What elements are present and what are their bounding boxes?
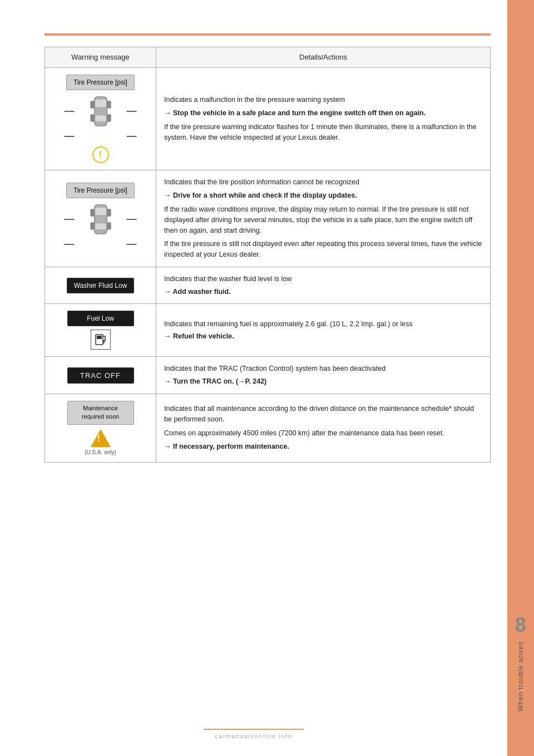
tire-dash-rr-2: —: [127, 238, 137, 250]
website-label: carmanualsonline.info: [204, 733, 304, 739]
maintenance-label: Maintenancerequired soon: [67, 401, 134, 425]
trac-detail: Indicates that the TRAC (Traction Contro…: [164, 364, 482, 374]
svg-rect-6: [107, 114, 111, 122]
tire-dash-fr-2: —: [127, 213, 137, 225]
logo-divider: [204, 729, 304, 730]
warning-cell-fuel: Fuel Low: [45, 304, 156, 357]
exclaim-symbol: !: [99, 150, 102, 160]
car-top-view-svg-2: [81, 203, 120, 236]
svg-rect-9: [95, 223, 106, 229]
bottom-logo-area: carmanualsonline.info: [204, 729, 304, 739]
tire-dash-fr: —: [127, 105, 137, 117]
warning-cell-tire-pressure-1: Tire Pressure [psi] —: [45, 67, 156, 170]
tire-dash-rl: —: [65, 130, 75, 142]
svg-point-16: [103, 340, 105, 342]
exclaim-circle: !: [92, 146, 109, 163]
maintenance-arrow: → If necessary, perform maintenance.: [164, 441, 482, 452]
washer-arrow: → Add washer fluid.: [164, 287, 482, 297]
warning-cell-tire-pressure-2: Tire Pressure [psi] —: [45, 170, 156, 267]
table-row: Washer Fluid Low Indicates that the wash…: [45, 267, 491, 304]
maintenance-extra: Comes on approximately 4500 miles (7200 …: [164, 428, 482, 439]
fuel-svg: [94, 333, 107, 346]
detail-text-2: Indicates that the tire position informa…: [164, 177, 482, 188]
svg-rect-1: [95, 100, 106, 107]
car-top-view-svg: [81, 95, 120, 128]
detail-text: Indicates a malfunction in the tire pres…: [164, 95, 482, 105]
tire-pressure-label-1: Tire Pressure [psi]: [66, 75, 135, 90]
side-tab: 8 When trouble arises: [507, 0, 534, 756]
table-row: Tire Pressure [psi] —: [45, 170, 491, 267]
svg-rect-12: [90, 222, 95, 230]
details-cell-tire-pressure-1: Indicates a malfunction in the tire pres…: [156, 67, 491, 170]
fuel-low-label: Fuel Low: [67, 311, 134, 326]
fuel-detail: Indicates that remaining fuel is approxi…: [164, 319, 482, 330]
washer-fluid-label: Washer Fluid Low: [67, 278, 135, 293]
svg-rect-15: [97, 336, 102, 339]
arrow-text-2: → Drive for a short while and check if t…: [164, 190, 482, 201]
warning-cell-washer: Washer Fluid Low: [45, 267, 156, 304]
accent-bar: [44, 33, 491, 36]
svg-rect-3: [90, 101, 95, 109]
details-cell-fuel: Indicates that remaining fuel is approxi…: [156, 304, 491, 357]
warning-cell-trac: TRAC OFF: [45, 357, 156, 394]
svg-rect-11: [107, 209, 111, 217]
washer-detail: Indicates that the washer fluid level is…: [164, 274, 482, 284]
details-cell-washer: Indicates that the washer fluid level is…: [156, 267, 491, 304]
svg-rect-8: [95, 208, 106, 215]
usa-only-label: (U.S.A. only): [53, 449, 148, 455]
extra-detail-text: If the tire pressure warning indicator f…: [164, 122, 482, 143]
warn-triangle-container: [53, 429, 148, 447]
details-cell-maintenance: Indicates that all maintenance according…: [156, 394, 491, 462]
svg-rect-5: [90, 114, 95, 122]
extra-detail-2b: If the tire pressure is still not displa…: [164, 239, 482, 260]
col-header-details: Details/Actions: [156, 47, 491, 68]
svg-rect-4: [107, 101, 111, 109]
tire-pressure-label-2: Tire Pressure [psi]: [66, 183, 135, 198]
svg-rect-10: [90, 209, 95, 217]
details-cell-trac: Indicates that the TRAC (Traction Contro…: [156, 357, 491, 394]
tire-dash-fl: —: [65, 105, 75, 117]
fuel-arrow: → Refuel the vehicle.: [164, 331, 482, 342]
tire-dash-fl-2: —: [65, 213, 75, 225]
details-cell-tire-pressure-2: Indicates that the tire position informa…: [156, 170, 491, 267]
triangle-warn-icon: [91, 429, 111, 447]
svg-rect-2: [95, 115, 106, 121]
maintenance-detail: Indicates that all maintenance according…: [164, 404, 482, 425]
svg-rect-13: [107, 222, 111, 230]
main-content: Warning message Details/Actions Tire Pre…: [0, 0, 507, 756]
warning-cell-maintenance: Maintenancerequired soon (U.S.A. only): [45, 394, 156, 462]
arrow-text: → Stop the vehicle in a safe place and t…: [164, 108, 482, 119]
trac-arrow: → Turn the TRAC on. (→P. 242): [164, 376, 482, 387]
extra-detail-2a: If the radio wave conditions improve, th…: [164, 204, 482, 235]
table-row: Maintenancerequired soon (U.S.A. only) I…: [45, 394, 491, 462]
col-header-warning: Warning message: [45, 47, 156, 68]
fuel-icon: [91, 330, 111, 350]
tire-dash-rr: —: [127, 130, 137, 142]
warning-table: Warning message Details/Actions Tire Pre…: [44, 47, 491, 463]
tire-dash-rl-2: —: [65, 238, 75, 250]
side-tab-text: When trouble arises: [517, 641, 525, 711]
trac-off-label: TRAC OFF: [67, 367, 134, 384]
table-row: Fuel Low Indicates that remaining fuel i…: [45, 304, 491, 357]
table-row: Tire Pressure [psi] —: [45, 67, 491, 170]
section-number: 8: [515, 613, 526, 637]
table-row: TRAC OFF Indicates that the TRAC (Tracti…: [45, 357, 491, 394]
